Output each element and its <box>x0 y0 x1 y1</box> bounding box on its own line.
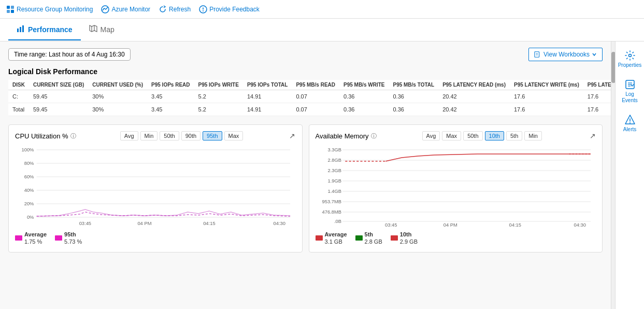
cpu-ctrl-50th[interactable]: 50th <box>160 131 179 141</box>
charts-row: CPU Utilization % ⓘ AvgMin50th90th95thMa… <box>8 124 603 252</box>
alerts-icon <box>624 114 636 125</box>
memory-ctrl-max[interactable]: Max <box>442 131 461 141</box>
cpu-chart-card: CPU Utilization % ⓘ AvgMin50th90th95thMa… <box>8 124 303 252</box>
svg-text:40%: 40% <box>24 188 34 193</box>
svg-rect-8 <box>17 29 19 32</box>
svg-text:04:30: 04:30 <box>574 222 585 228</box>
tab-bar: Performance Map <box>0 19 644 41</box>
main-layout: Time range: Last hour as of 4 Aug 16:30 … <box>0 41 644 309</box>
tab-map[interactable]: Map <box>81 19 123 40</box>
cpu-chart-controls: AvgMin50th90th95thMax <box>120 131 244 141</box>
svg-marker-11 <box>90 25 97 32</box>
svg-text:60%: 60% <box>24 174 34 179</box>
svg-text:20%: 20% <box>24 201 34 206</box>
cpu-ctrl-95th[interactable]: 95th <box>203 131 222 141</box>
svg-text:2.8GB: 2.8GB <box>327 158 341 163</box>
table-row: C:59.4530%3.455.214.910.070.360.3620.421… <box>8 90 611 103</box>
nav-azure-monitor[interactable]: Azure Monitor <box>101 5 150 13</box>
tab-performance-label: Performance <box>28 25 73 34</box>
table-row: Total59.4530%3.455.214.910.070.360.3620.… <box>8 103 611 116</box>
memory-chart-card: Available Memory ⓘ AvgMax50th10th5thMin … <box>309 124 603 252</box>
memory-legend-item-1: 5th2.8 GB <box>355 231 382 246</box>
cpu-chart-svg: 100% 80% 60% 40% 20% 0% 03:45 04 PM 04:1… <box>15 145 296 228</box>
svg-text:3.3GB: 3.3GB <box>327 147 341 152</box>
memory-ctrl-min[interactable]: Min <box>524 131 542 141</box>
memory-chart-controls: AvgMax50th10th5thMin <box>422 131 542 141</box>
tab-map-label: Map <box>101 25 115 34</box>
cpu-ctrl-90th[interactable]: 90th <box>181 131 201 141</box>
svg-rect-9 <box>20 27 21 32</box>
workbooks-icon <box>534 51 541 58</box>
time-range-label: Time range: Last hour as of 4 Aug 16:30 <box>14 51 125 58</box>
memory-legend-item-2: 10th2.9 GB <box>391 231 418 246</box>
svg-text:.0B: .0B <box>334 219 341 224</box>
svg-point-55 <box>628 54 631 57</box>
nav-resource-group-label: Resource Group Monitoring <box>17 6 93 13</box>
content-area: Time range: Last hour as of 4 Aug 16:30 … <box>0 41 611 309</box>
svg-text:80%: 80% <box>24 161 34 166</box>
svg-rect-10 <box>22 25 24 32</box>
col-iops-total: P95 IOPs TOTAL <box>243 80 292 90</box>
svg-text:04:15: 04:15 <box>203 221 215 226</box>
col-lat-read: P95 LATENCY READ (ms) <box>438 80 510 90</box>
svg-point-61 <box>629 122 631 123</box>
cpu-legend-item-1: 95th5.73 % <box>55 231 82 246</box>
view-workbooks-button[interactable]: View Workbooks <box>528 48 603 61</box>
col-mbs-write: P95 MB/s WRITE <box>339 80 389 90</box>
svg-rect-1 <box>11 6 14 9</box>
col-lat-total: P95 LATENCY TOTAL (r... <box>583 80 611 90</box>
properties-label: Properties <box>618 62 642 68</box>
azure-monitor-icon <box>101 5 109 13</box>
col-mbs-read: P95 MB/s READ <box>292 80 339 90</box>
svg-text:03:45: 03:45 <box>79 221 91 226</box>
cpu-info-icon: ⓘ <box>70 132 76 140</box>
memory-ctrl-10th[interactable]: 10th <box>485 131 504 141</box>
memory-info-icon: ⓘ <box>371 132 377 140</box>
col-mbs-total: P95 MB/s TOTAL <box>389 80 438 90</box>
memory-legend-item-0: Average3.1 GB <box>316 231 347 246</box>
memory-pin-icon[interactable]: ↗ <box>590 132 596 140</box>
cpu-legend: Average1.75 %95th5.73 % <box>15 231 296 246</box>
svg-rect-14 <box>535 52 539 58</box>
memory-ctrl-avg[interactable]: Avg <box>422 131 440 141</box>
resource-group-icon <box>6 5 15 13</box>
cpu-legend-item-0: Average1.75 % <box>15 231 47 246</box>
nav-resource-group[interactable]: Resource Group Monitoring <box>6 5 93 13</box>
properties-icon <box>624 50 636 61</box>
nav-feedback-label: Provide Feedback <box>209 6 260 13</box>
performance-tab-icon <box>17 24 25 34</box>
log-events-label: Log Events <box>618 91 642 104</box>
svg-text:953.7MB: 953.7MB <box>322 199 341 204</box>
cpu-chart-title: CPU Utilization % ⓘ <box>15 132 76 140</box>
memory-chart-title: Available Memory ⓘ <box>316 132 377 140</box>
cpu-ctrl-max[interactable]: Max <box>224 131 244 141</box>
svg-rect-0 <box>7 6 10 9</box>
sidebar-properties[interactable]: Properties <box>616 46 644 73</box>
view-workbooks-label: View Workbooks <box>543 51 590 58</box>
cpu-ctrl-min[interactable]: Min <box>140 131 158 141</box>
scroll-track[interactable] <box>611 41 615 309</box>
memory-ctrl-50th[interactable]: 50th <box>463 131 482 141</box>
cpu-ctrl-avg[interactable]: Avg <box>120 131 138 141</box>
col-used: CURRENT USED (%) <box>88 80 147 90</box>
svg-text:04 PM: 04 PM <box>443 222 457 228</box>
map-tab-icon <box>89 24 97 34</box>
chevron-down-icon <box>592 52 597 57</box>
sidebar-alerts[interactable]: Alerts <box>616 110 644 137</box>
time-range-bar: Time range: Last hour as of 4 Aug 16:30 … <box>8 48 603 61</box>
svg-text:04:15: 04:15 <box>509 222 521 228</box>
disk-table: DISK CURRENT SIZE (GB) CURRENT USED (%) … <box>8 80 611 116</box>
log-events-icon <box>624 79 636 90</box>
svg-point-6 <box>203 10 204 11</box>
feedback-icon <box>199 5 207 13</box>
tab-performance[interactable]: Performance <box>8 19 81 40</box>
cpu-pin-icon[interactable]: ↗ <box>289 132 295 140</box>
sidebar-log-events[interactable]: Log Events <box>616 75 644 108</box>
memory-ctrl-5th[interactable]: 5th <box>506 131 522 141</box>
nav-refresh[interactable]: Refresh <box>159 5 191 13</box>
svg-text:1.4GB: 1.4GB <box>327 189 341 194</box>
nav-feedback[interactable]: Provide Feedback <box>199 5 260 13</box>
time-range-selector[interactable]: Time range: Last hour as of 4 Aug 16:30 <box>8 48 131 61</box>
memory-chart-header: Available Memory ⓘ AvgMax50th10th5thMin … <box>316 131 596 141</box>
memory-chart-area: 3.3GB 2.8GB 2.3GB 1.9GB 1.4GB 953.7MB 47… <box>316 145 596 228</box>
